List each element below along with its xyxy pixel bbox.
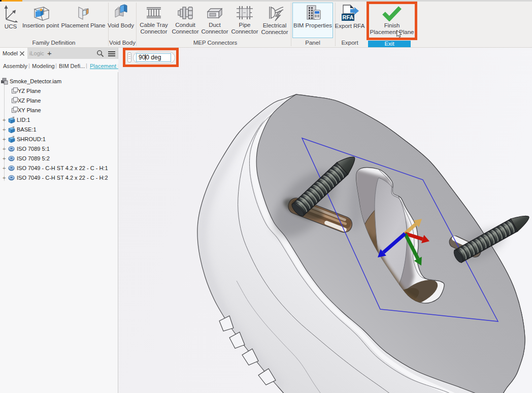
svg-text:RFA: RFA	[343, 14, 354, 20]
